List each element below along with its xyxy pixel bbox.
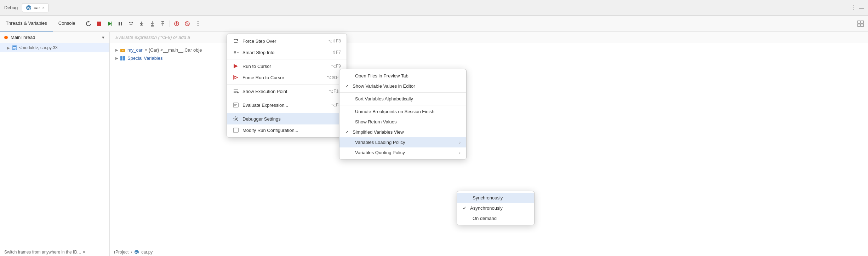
car-tab-close[interactable]: × (42, 6, 44, 10)
pause-button[interactable] (116, 19, 125, 28)
context-menu-loading-policy: Synchronously ✓ Asynchronously On demand (457, 191, 535, 225)
resume-button[interactable] (105, 19, 114, 28)
svg-rect-25 (13, 48, 16, 48)
layout-icon[interactable] (857, 21, 864, 27)
force-run-cursor-icon (233, 74, 239, 81)
menu-debugger-settings[interactable]: Debugger Settings › (227, 113, 347, 124)
run-to-cursor-label: Run to Cursor (242, 64, 271, 69)
context-menu-settings: Open Files in Preview Tab ✓ Show Variabl… (339, 69, 467, 159)
evaluate-expr-icon (233, 102, 239, 108)
thread-selector[interactable]: MainThread ▼ (0, 32, 109, 43)
frame-item[interactable]: ▶ <module>, car.py:33 (0, 43, 109, 52)
svg-text:≡→: ≡→ (234, 50, 239, 55)
synchronously-label: Synchronously (463, 195, 503, 200)
menu-smart-step-into[interactable]: ≡→ Smart Step Into ⇧F7 (227, 47, 347, 58)
toolbar: Threads & Variables Console (0, 16, 868, 32)
menu-show-return-values[interactable]: Show Return Values (339, 117, 466, 127)
svg-text:Py: Py (27, 6, 31, 10)
smart-step-into-shortcut: ⇧F7 (332, 50, 341, 55)
var-icon-1: = (120, 48, 125, 53)
svg-rect-30 (123, 56, 125, 58)
menu-variables-quoting-policy[interactable]: Variables Quoting Policy › (339, 147, 466, 158)
step-into-button[interactable] (137, 19, 146, 28)
svg-rect-43 (233, 103, 238, 107)
frame-icon (12, 45, 17, 50)
thread-dropdown-arrow[interactable]: ▼ (101, 35, 105, 40)
step-over-button[interactable] (126, 19, 136, 28)
svg-rect-21 (858, 24, 860, 27)
variables-quoting-policy-label: Variables Quoting Policy (345, 150, 405, 155)
step-out-button[interactable] (158, 19, 167, 28)
modify-run-config-label: Modify Run Configuration... (242, 128, 298, 133)
menu-variables-loading-policy[interactable]: Variables Loading Policy › (339, 137, 466, 147)
menu-force-run-cursor[interactable]: Force Run to Cursor ⌥⌘F9 (227, 72, 347, 83)
mute-breakpoints-button[interactable] (183, 19, 192, 28)
simplified-vars-check: ✓ (345, 129, 349, 135)
menu-force-step-over[interactable]: Force Step Over ⌥⇧F8 (227, 35, 347, 47)
var-expand-arrow-2: ▶ (115, 56, 118, 60)
sort-vars-label: Sort Variables Alphabetically (345, 96, 413, 101)
menu-show-var-values[interactable]: ✓ Show Variable Values in Editor (339, 81, 466, 91)
frame-list: ▶ <module>, car.py:33 (0, 43, 109, 248)
toolbar-icons: ⋮ (81, 19, 857, 28)
menu-sep-4 (227, 112, 347, 112)
svg-rect-6 (121, 22, 122, 25)
menu-show-exec-point[interactable]: Show Execution Point ⌥F10 (227, 86, 347, 97)
variables-loading-policy-label: Variables Loading Policy (345, 140, 405, 145)
menu-asynchronously[interactable]: ✓ Asynchronously (457, 203, 534, 213)
menu-run-to-cursor[interactable]: Run to Cursor ⌥F9 (227, 60, 347, 72)
title-bar: Debug Py car × ⋮ — (0, 0, 868, 16)
rerun-button[interactable] (84, 19, 93, 28)
show-var-label: Show Variable Values in Editor (353, 83, 415, 89)
run-to-cursor-button[interactable] (172, 19, 181, 28)
more-options-button[interactable]: ⋮ (193, 19, 202, 28)
svg-rect-19 (858, 21, 860, 23)
more-icon[interactable]: ⋮ (850, 4, 856, 11)
menu-sep-3 (227, 98, 347, 98)
menu-synchronously[interactable]: Synchronously (457, 193, 534, 203)
car-tab[interactable]: Py car × (22, 3, 48, 12)
minimize-icon[interactable]: — (859, 5, 864, 11)
breadcrumb-python-icon: Py (134, 250, 139, 255)
force-run-cursor-shortcut: ⌥⌘F9 (327, 75, 341, 80)
svg-rect-32 (123, 58, 125, 60)
debugger-settings-icon (233, 116, 239, 122)
unmute-breakpoints-label: Unmute Breakpoints on Session Finish (345, 109, 434, 114)
frame-label: <module>, car.py:33 (19, 45, 58, 50)
toolbar-separator-1 (170, 21, 170, 27)
tab-threads-variables[interactable]: Threads & Variables (0, 16, 53, 31)
menu-simplified-vars[interactable]: ✓ Simplified Variables View (339, 127, 466, 137)
thread-status-dot (4, 36, 8, 39)
menu-on-demand[interactable]: On demand (457, 213, 534, 223)
menu-modify-run-config[interactable]: Modify Run Configuration... (227, 124, 347, 136)
bottom-bar: rProject › Py car.py (110, 248, 868, 256)
var-icon-2 (120, 56, 125, 61)
step-into-my-button[interactable] (148, 19, 157, 28)
asynchronously-label: Asynchronously (470, 205, 503, 211)
menu-sort-vars[interactable]: Sort Variables Alphabetically (339, 94, 466, 104)
stop-button[interactable] (95, 19, 104, 28)
open-preview-label: Open Files in Preview Tab (345, 73, 409, 78)
force-step-over-icon (233, 38, 239, 44)
menu-sep-2 (227, 84, 347, 85)
menu-evaluate-expr[interactable]: Evaluate Expression... ⌥F8 (227, 99, 347, 111)
debugger-settings-label: Debugger Settings (242, 116, 281, 122)
svg-point-46 (235, 118, 237, 120)
thread-label: MainThread (11, 35, 35, 40)
tab-console[interactable]: Console (53, 16, 81, 31)
svg-rect-31 (120, 58, 122, 60)
menu-open-preview[interactable]: Open Files in Preview Tab (339, 71, 466, 81)
svg-rect-20 (861, 21, 863, 23)
force-step-over-label: Force Step Over (242, 39, 276, 44)
menu-unmute-breakpoints[interactable]: Unmute Breakpoints on Session Finish (339, 106, 466, 117)
expression-bar[interactable]: Evaluate expression (⌥F8) or add a (110, 32, 868, 43)
tabs-row: Threads & Variables Console (0, 16, 81, 31)
switch-frames-text: Switch frames from anywhere in the ID… × (4, 250, 85, 255)
simplified-vars-label: Simplified Variables View (353, 129, 404, 135)
svg-rect-24 (13, 46, 16, 47)
asynchronously-check: ✓ (463, 205, 467, 211)
car-tab-label: car (34, 5, 40, 10)
svg-rect-26 (13, 49, 15, 50)
force-run-cursor-label: Force Run to Cursor (242, 75, 284, 80)
context-menu-debug: Force Step Over ⌥⇧F8 ≡→ Smart Step Into … (227, 34, 347, 138)
